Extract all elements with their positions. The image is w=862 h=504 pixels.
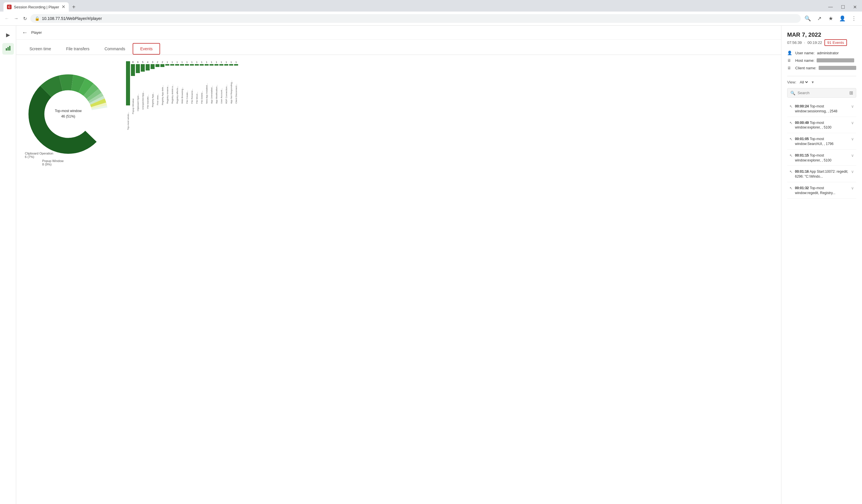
bar-fill-5 bbox=[151, 64, 155, 69]
bar-label-8: Registry rename... bbox=[166, 66, 169, 104]
bar-chart: Top-most windo... 8 Popup Window 6 Clipb bbox=[126, 61, 775, 170]
app-container: ▶ ← Player Sc bbox=[0, 26, 862, 504]
expand-icon-4[interactable]: ∨ bbox=[851, 169, 854, 174]
bar-fill-14 bbox=[195, 64, 199, 66]
share-button[interactable]: ↗ bbox=[814, 14, 824, 23]
menu-button[interactable]: ⋮ bbox=[849, 14, 859, 23]
desktop-icon: 🖥 bbox=[787, 66, 793, 70]
search-input[interactable] bbox=[798, 91, 847, 95]
tab-commands[interactable]: Commands bbox=[97, 43, 133, 55]
main-layout: ← Player Screen time File transfers Comm… bbox=[16, 26, 862, 504]
bar-col-22: 1 Client Disconnect... bbox=[234, 61, 238, 130]
event-text-2: 00:01:05 Top-most window:SearchUI, , 179… bbox=[795, 137, 849, 146]
event-item-0[interactable]: ↖ 00:00:24 Top-most window:sessionmsg, ,… bbox=[787, 101, 856, 117]
bar-fill-11 bbox=[180, 64, 184, 66]
browser-tab[interactable]: C Session Recording | Player ✕ bbox=[3, 2, 69, 12]
bar-col-6: 2 First view... bbox=[155, 61, 159, 130]
event-text-1: 00:00:49 Top-most window:explorer, , 510… bbox=[795, 120, 849, 130]
bar-col-5: 3 Registry App... bbox=[151, 61, 155, 130]
tab-file-transfers[interactable]: File transfers bbox=[58, 43, 97, 55]
bar-fill-0 bbox=[126, 61, 130, 105]
stats-icon bbox=[5, 45, 11, 53]
search-icon: 🔍 bbox=[790, 91, 795, 95]
restore-button[interactable]: ☐ bbox=[839, 4, 847, 10]
bar-label-6: First view... bbox=[156, 68, 159, 105]
tab-close-button[interactable]: ✕ bbox=[62, 5, 65, 9]
bar-col-9: 1 Registry delete a... bbox=[170, 61, 174, 130]
chart-area: Top-most window 46 (51%) Clipboard Opera… bbox=[16, 55, 781, 182]
search-bar[interactable]: 🔍 ⊞ bbox=[787, 88, 856, 98]
browser-chrome: C Session Recording | Player ✕ + — ☐ ✕ ←… bbox=[0, 0, 862, 26]
event-item-5[interactable]: ↖ 00:01:32 Top-most window:regedit, Regi… bbox=[787, 183, 856, 199]
expand-icon-3[interactable]: ∨ bbox=[851, 153, 854, 158]
event-text-3: 00:01:15 Top-most window:explorer, , 510… bbox=[795, 153, 849, 163]
sidebar: ▶ bbox=[0, 26, 16, 504]
svg-rect-1 bbox=[8, 47, 9, 51]
right-panel: MAR 7, 2022 07:56:39 · 00:19:22 91 Event… bbox=[781, 26, 862, 504]
clipboard-label: Clipboard Operation 6 (7%) bbox=[25, 151, 112, 159]
bar-col-2: 6 Clipboard Oper... bbox=[136, 61, 140, 130]
user-icon: 👤 bbox=[787, 51, 793, 55]
bar-label-9: Registry delete a... bbox=[171, 66, 174, 104]
bookmark-button[interactable]: ★ bbox=[826, 14, 835, 23]
expand-icon-5[interactable]: ∨ bbox=[851, 186, 854, 190]
cursor-icon-4: ↖ bbox=[789, 170, 793, 174]
view-select[interactable]: All bbox=[799, 80, 809, 84]
bar-fill-10 bbox=[175, 64, 179, 66]
bar-col-7: 2 Registry App dele... bbox=[160, 61, 165, 130]
bar-fill-3 bbox=[141, 64, 145, 71]
window-controls: — ☐ ✕ bbox=[826, 4, 859, 10]
chevron-down-icon: ▼ bbox=[811, 80, 814, 84]
bar-col-15: 1 File Delete... bbox=[200, 61, 204, 130]
bar-label-4: File transfer... bbox=[146, 71, 149, 109]
session-date: MAR 7, 2022 bbox=[787, 31, 856, 38]
back-button[interactable]: ← bbox=[22, 29, 28, 36]
view-label: View: bbox=[787, 80, 796, 84]
tab-events[interactable]: Events bbox=[133, 43, 160, 55]
reload-button[interactable]: ↻ bbox=[22, 15, 28, 23]
bar-label-1: Popup Window bbox=[132, 77, 134, 114]
zoom-button[interactable]: 🔍 bbox=[803, 14, 812, 23]
expand-icon-1[interactable]: ∨ bbox=[851, 120, 854, 125]
event-item-1[interactable]: ↖ 00:00:49 Top-most window:explorer, , 5… bbox=[787, 118, 856, 133]
new-tab-button[interactable]: + bbox=[70, 3, 78, 12]
bar-col-8: 1 Registry rename... bbox=[165, 61, 169, 130]
client-info-row: 🖥 Client name: bbox=[787, 66, 856, 70]
toolbar-actions: 🔍 ↗ ★ 👤 ⋮ bbox=[803, 14, 859, 23]
bar-fill-18 bbox=[214, 64, 219, 66]
address-bar[interactable]: 🔒 bbox=[30, 14, 801, 23]
forward-nav-button[interactable]: → bbox=[13, 15, 19, 22]
event-item-3[interactable]: ↖ 00:01:15 Top-most window:explorer, , 5… bbox=[787, 150, 856, 166]
bar-fill-16 bbox=[205, 64, 209, 66]
bar-label-13: File Rename... bbox=[191, 66, 193, 104]
tab-screen-time[interactable]: Screen time bbox=[22, 43, 58, 55]
page-title: Player bbox=[31, 30, 42, 35]
svg-text:46 (51%): 46 (51%) bbox=[61, 115, 75, 118]
event-text-4: 00:01:16 App Start:10072: regedit; 6296:… bbox=[795, 169, 849, 179]
bar-label-21: App Not Responding... bbox=[230, 66, 233, 104]
bar-label-10: Registry affects... bbox=[176, 66, 179, 104]
bar-fill-2 bbox=[136, 64, 140, 73]
bar-label-22: Client Disconnect... bbox=[235, 66, 237, 104]
host-label: Host name: bbox=[795, 58, 814, 63]
bar-label-18: App Modification... bbox=[215, 66, 218, 104]
expand-icon-2[interactable]: ∨ bbox=[851, 137, 854, 141]
svg-rect-2 bbox=[9, 46, 10, 51]
url-input[interactable] bbox=[42, 16, 796, 21]
bar-fill-20 bbox=[224, 64, 228, 66]
event-item-4[interactable]: ↖ 00:01:16 App Start:10072: regedit; 629… bbox=[787, 167, 856, 182]
bar-label-14: File Move... bbox=[196, 66, 198, 104]
session-time: 07:56:39 bbox=[787, 40, 802, 45]
sidebar-item-play[interactable]: ▶ bbox=[2, 29, 14, 41]
event-item-2[interactable]: ↖ 00:01:05 Top-most window:SearchUI, , 1… bbox=[787, 134, 856, 150]
close-button[interactable]: ✕ bbox=[851, 4, 859, 10]
back-nav-button[interactable]: ← bbox=[3, 15, 10, 22]
expand-icon-0[interactable]: ∨ bbox=[851, 104, 854, 109]
event-text-5: 00:01:32 Top-most window:regedit, Regist… bbox=[795, 186, 849, 196]
filter-button[interactable]: ⊞ bbox=[849, 90, 853, 96]
sidebar-item-stats[interactable] bbox=[2, 43, 14, 55]
minimize-button[interactable]: — bbox=[826, 4, 835, 10]
cursor-icon-5: ↖ bbox=[789, 186, 793, 190]
profile-button[interactable]: 👤 bbox=[838, 14, 847, 23]
bar-col-19: 1 User Account... bbox=[219, 61, 223, 130]
